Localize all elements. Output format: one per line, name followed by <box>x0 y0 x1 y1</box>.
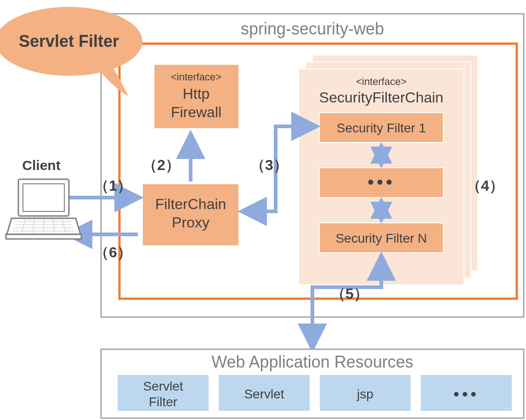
svg-rect-1 <box>23 184 64 211</box>
step-3: （3） <box>250 157 288 173</box>
step-5: （5） <box>331 285 368 302</box>
chain-name: SecurityFilterChain <box>319 89 443 106</box>
http-firewall-name2: Firewall <box>171 104 221 120</box>
callout-label: Servlet Filter <box>19 32 119 51</box>
client-label: Client <box>22 158 60 173</box>
resource-jsp-label: jsp <box>356 387 373 401</box>
filterchainproxy-name1: FilterChain <box>155 196 226 212</box>
step-1: （1） <box>94 177 132 194</box>
svg-rect-2 <box>6 234 81 239</box>
resource-servlet-filter-2: Filter <box>149 395 177 409</box>
resource-servlet-filter-1: Servlet <box>143 379 183 393</box>
resource-etc-label: ••• <box>453 385 479 403</box>
laptop-icon <box>6 179 81 239</box>
step-2: （2） <box>142 157 180 173</box>
http-firewall-name1: Http <box>183 85 210 102</box>
resources-title: Web Application Resources <box>211 352 413 371</box>
security-filter-n-label: Security Filter N <box>335 231 427 245</box>
security-filter-ellipsis: ••• <box>368 172 395 192</box>
step-4: （4） <box>466 177 504 194</box>
http-firewall-stereotype: <interface> <box>171 71 221 83</box>
chain-stereotype: <interface> <box>356 76 407 87</box>
step-6: （6） <box>94 244 132 261</box>
security-filter-1-label: Security Filter 1 <box>337 121 426 135</box>
outer-title: spring-security-web <box>241 19 384 38</box>
filterchainproxy-name2: Proxy <box>172 214 209 231</box>
architecture-diagram: spring-security-web <interface> Http Fir… <box>0 0 526 420</box>
resource-servlet-label: Servlet <box>244 387 284 401</box>
